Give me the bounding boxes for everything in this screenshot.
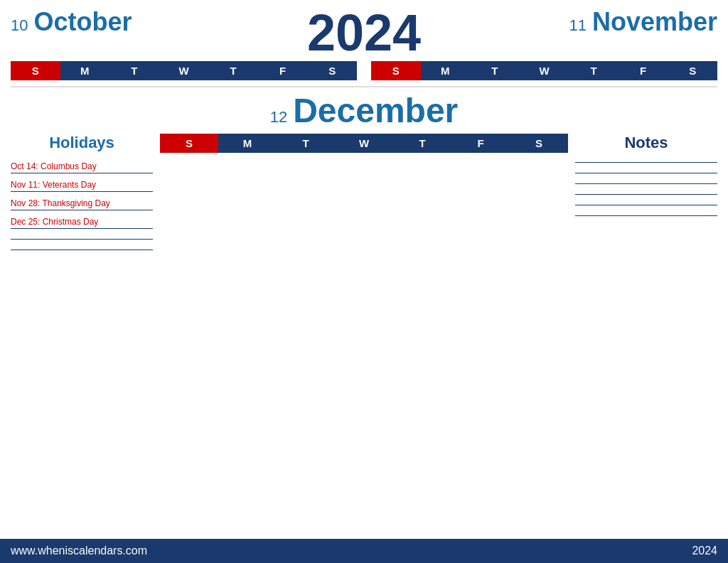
bottom-content: Holidays Oct 14: Columbus DayNov 11: Vet… [11, 134, 717, 535]
bottom-section: 12 December Holidays Oct 14: Columbus Da… [11, 86, 717, 535]
november-header: 11 November [435, 7, 717, 37]
note-line-4 [575, 194, 717, 195]
oct-header-wed: W [159, 61, 209, 80]
note-line-2 [575, 173, 717, 173]
note-line-6 [575, 215, 717, 216]
december-calendar: S M T W T F S [160, 134, 568, 535]
nov-header-wed: W [520, 61, 569, 80]
holidays-title: Holidays [11, 134, 153, 152]
november-grid: S M T W T F S [371, 61, 717, 80]
holiday-item: Nov 28: Thanksgiving Day [11, 195, 153, 210]
year-display: 2024 [293, 7, 435, 58]
dec-header-mon: M [218, 134, 277, 153]
dec-header-wed: W [335, 134, 393, 153]
oct-header-thu: T [208, 61, 258, 80]
holiday-item: Dec 25: Christmas Day [11, 213, 153, 229]
top-months: S M T W T F S S [11, 61, 717, 80]
dec-header-thu: T [393, 134, 451, 153]
oct-header-mon: M [60, 61, 110, 80]
note-line-1 [575, 162, 717, 163]
footer-url: www.wheniscalendars.com [11, 545, 147, 557]
dec-header-sun: S [160, 134, 218, 153]
notes-title: Notes [575, 134, 717, 152]
calendar-container: 10 October 2024 11 November S M T W T [0, 0, 728, 563]
oct-header-tue: T [109, 61, 159, 80]
nov-header-sat: S [668, 61, 717, 80]
december-name: December [293, 91, 458, 130]
nov-header-fri: F [619, 61, 668, 80]
oct-header-sun: S [11, 61, 60, 80]
note-line-5 [575, 205, 717, 205]
october-number: 10 [11, 16, 28, 35]
holiday-extra-line1 [11, 239, 153, 240]
november-calendar: S M T W T F S [371, 61, 717, 80]
october-grid: S M T W T F S [11, 61, 357, 80]
october-calendar: S M T W T F S [11, 61, 357, 80]
nov-header-mon: M [421, 61, 471, 80]
dec-header-fri: F [451, 134, 510, 153]
footer: www.wheniscalendars.com 2024 [0, 539, 728, 563]
october-header: 10 October [11, 7, 293, 37]
dec-header-sat: S [510, 134, 568, 153]
december-header: 12 December [11, 91, 717, 130]
dec-header-tue: T [277, 134, 335, 153]
nov-header-thu: T [569, 61, 619, 80]
notes-section: Notes [575, 134, 717, 535]
holiday-item: Oct 14: Columbus Day [11, 158, 153, 173]
nov-header-tue: T [470, 61, 520, 80]
holidays-section: Holidays Oct 14: Columbus DayNov 11: Vet… [11, 134, 153, 535]
november-number: 11 [569, 16, 586, 35]
november-name: November [592, 7, 717, 37]
oct-header-sat: S [307, 61, 357, 80]
nov-header-sun: S [371, 61, 421, 80]
note-line-3 [575, 183, 717, 184]
footer-year: 2024 [692, 545, 717, 557]
holiday-item: Nov 11: Veterants Day [11, 176, 153, 192]
october-name: October [33, 7, 132, 37]
december-grid: S M T W T F S [160, 134, 568, 153]
holiday-extra-line2 [11, 250, 153, 250]
oct-header-fri: F [258, 61, 308, 80]
december-number: 12 [270, 108, 287, 127]
holidays-list: Oct 14: Columbus DayNov 11: Veterants Da… [11, 158, 153, 229]
